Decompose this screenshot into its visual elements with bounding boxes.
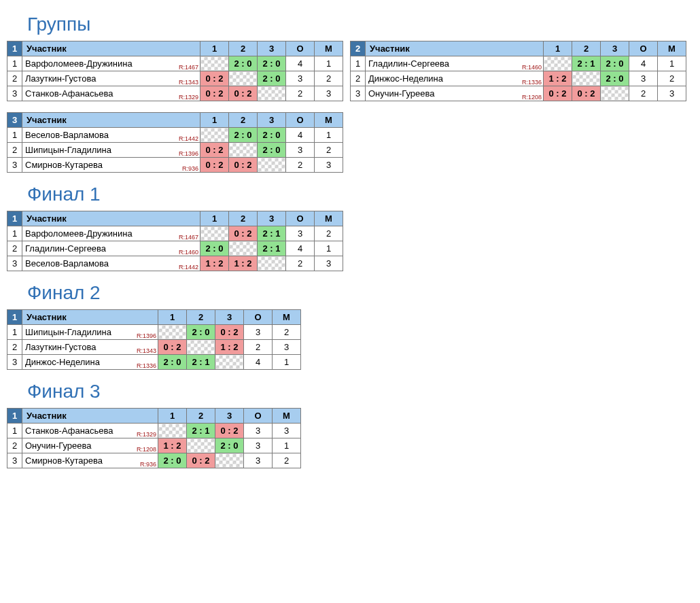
participant-cell: Веселов-ВарламоваR:1442 [22, 128, 200, 143]
points-cell: 4 [244, 355, 273, 370]
score-cell: 2 : 0 [158, 453, 187, 468]
table-row: 2Динжос-НеделинаR:13361 : 22 : 032 [351, 71, 686, 86]
row-number: 1 [351, 56, 366, 71]
table-row: 1Варфоломеев-ДружининаR:14672 : 02 : 041 [7, 56, 343, 71]
points-header: О [286, 211, 315, 226]
participant-cell: Смирнов-КутареваR:936 [22, 158, 200, 173]
participant-rating: R:1467 [179, 64, 198, 71]
tables-container: 1Участник123ОМ1Шипицын-ГладилинаR:13962 … [7, 309, 693, 374]
score-cell: 2 : 0 [601, 71, 629, 86]
participant-rating: R:1208 [522, 94, 542, 101]
row-number: 2 [7, 438, 22, 453]
participant-name: Онучин-Гуреева [25, 441, 92, 451]
opponent-col-header: 3 [258, 41, 286, 56]
row-number: 1 [7, 424, 22, 438]
place-cell: 3 [315, 158, 343, 173]
points-cell: 3 [244, 424, 273, 438]
score-cell: 2 : 0 [258, 56, 286, 71]
score-cell: 2 : 0 [258, 71, 286, 86]
points-header: О [244, 409, 273, 424]
self-cell [215, 453, 244, 468]
participant-header: Участник [22, 409, 158, 424]
table-row: 2Лазуткин-ГустоваR:13430 : 22 : 032 [7, 71, 343, 86]
opponent-col-header: 3 [215, 310, 244, 325]
opponent-col-header: 2 [229, 113, 258, 128]
self-cell [572, 71, 601, 86]
participant-cell: Онучин-ГурееваR:1208 [22, 438, 158, 453]
table-number-header: 1 [7, 41, 22, 56]
row-number: 2 [7, 241, 22, 256]
tables-container: 1Участник123ОМ1Станков-АфанасьеваR:13292… [7, 408, 693, 472]
tables-container: 1Участник123ОМ1Варфоломеев-ДружининаR:14… [7, 211, 693, 275]
self-cell [200, 226, 229, 241]
self-cell [544, 56, 572, 71]
score-cell: 2 : 1 [258, 241, 286, 256]
opponent-col-header: 2 [229, 41, 258, 56]
self-cell [158, 424, 187, 438]
participant-name: Лазуткин-Густова [25, 73, 96, 84]
score-cell: 0 : 2 [200, 86, 229, 101]
table-row: 2Гладилин-СергееваR:14602 : 02 : 141 [7, 241, 343, 256]
score-cell: 0 : 2 [187, 453, 215, 468]
participant-rating: R:1442 [179, 264, 198, 271]
score-cell: 1 : 2 [200, 256, 229, 271]
opponent-col-header: 1 [200, 113, 229, 128]
score-cell: 0 : 2 [200, 71, 229, 86]
opponent-col-header: 3 [258, 211, 286, 226]
participant-rating: R:1208 [137, 446, 156, 453]
round-robin-table: 1Участник123ОМ1Варфоломеев-ДружининаR:14… [7, 211, 343, 271]
points-cell: 2 [286, 86, 315, 101]
row-number: 1 [7, 128, 22, 143]
participant-rating: R:936 [182, 165, 198, 172]
score-cell: 0 : 2 [229, 226, 258, 241]
opponent-col-header: 1 [544, 41, 572, 56]
row-number: 3 [7, 453, 22, 468]
table-row: 3Смирнов-КутареваR:9362 : 00 : 232 [7, 453, 301, 468]
participant-name: Веселов-Варламова [25, 130, 109, 140]
score-cell: 1 : 2 [158, 438, 187, 453]
participant-rating: R:1396 [179, 150, 198, 157]
participant-rating: R:1343 [137, 347, 156, 354]
score-cell: 2 : 0 [229, 128, 258, 143]
table-row: 2Шипицын-ГладилинаR:13960 : 22 : 032 [7, 143, 343, 158]
participant-cell: Лазуткин-ГустоваR:1343 [22, 340, 158, 355]
participant-name: Веселов-Варламова [25, 258, 109, 269]
score-cell: 1 : 2 [544, 71, 572, 86]
participant-cell: Станков-АфанасьеваR:1329 [22, 424, 158, 438]
tables-container: 1Участник123ОМ1Варфоломеев-ДружининаR:14… [7, 41, 693, 177]
place-cell: 2 [315, 226, 343, 241]
opponent-col-header: 2 [187, 409, 215, 424]
place-cell: 3 [273, 340, 301, 355]
points-cell: 3 [244, 438, 273, 453]
self-cell [258, 86, 286, 101]
opponent-col-header: 2 [572, 41, 601, 56]
score-cell: 0 : 2 [229, 158, 258, 173]
participant-rating: R:1442 [179, 135, 198, 142]
score-cell: 2 : 1 [187, 424, 215, 438]
points-cell: 2 [244, 340, 273, 355]
participant-cell: Лазуткин-ГустоваR:1343 [22, 71, 200, 86]
participant-cell: Динжос-НеделинаR:1336 [366, 71, 544, 86]
self-cell [187, 340, 215, 355]
table-number-header: 3 [7, 113, 22, 128]
score-cell: 2 : 1 [187, 355, 215, 370]
points-cell: 4 [286, 241, 315, 256]
opponent-col-header: 1 [200, 41, 229, 56]
participant-rating: R:1329 [137, 431, 156, 438]
score-cell: 2 : 0 [187, 325, 215, 340]
score-cell: 2 : 0 [601, 56, 629, 71]
place-header: М [658, 41, 686, 56]
self-cell [187, 438, 215, 453]
participant-cell: Шипицын-ГладилинаR:1396 [22, 143, 200, 158]
table-number-header: 1 [7, 310, 22, 325]
table-row: 3Станков-АфанасьеваR:13290 : 20 : 223 [7, 86, 343, 101]
table-row: 1Веселов-ВарламоваR:14422 : 02 : 041 [7, 128, 343, 143]
participant-cell: Варфоломеев-ДружининаR:1467 [22, 56, 200, 71]
round-robin-table: 1Участник123ОМ1Шипицын-ГладилинаR:13962 … [7, 309, 301, 370]
participant-name: Станков-Афанасьева [25, 88, 113, 99]
participant-rating: R:1460 [522, 64, 542, 71]
table-row: 3Веселов-ВарламоваR:14421 : 21 : 223 [7, 256, 343, 271]
place-cell: 3 [315, 86, 343, 101]
participant-name: Смирнов-Кутарева [25, 160, 103, 170]
table-row: 1Гладилин-СергееваR:14602 : 12 : 041 [351, 56, 686, 71]
